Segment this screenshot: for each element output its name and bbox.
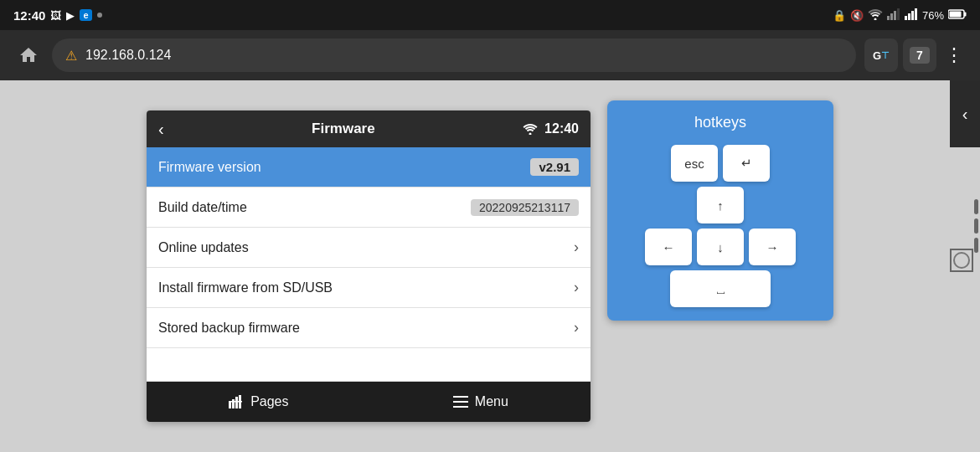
hotkeys-row-2: ↑ bbox=[697, 187, 744, 223]
hotkeys-row-1: esc ↵ bbox=[671, 145, 770, 182]
svg-rect-2 bbox=[890, 13, 893, 20]
svg-rect-6 bbox=[908, 13, 910, 20]
install-firmware-label: Install firmware from SD/USB bbox=[158, 280, 333, 295]
panel-title: Firmware bbox=[164, 121, 523, 137]
panel-header-right: 12:40 bbox=[523, 121, 579, 136]
tab-switcher-button[interactable]: 7 bbox=[903, 39, 936, 72]
gallery-icon: 🖼 bbox=[50, 9, 61, 22]
hotkeys-grid: esc ↵ ↑ ← ↓ → ⎵ bbox=[621, 145, 820, 307]
status-bar-right: 🔒 🔇 76% bbox=[833, 8, 967, 23]
pages-button[interactable]: Pages bbox=[212, 394, 305, 409]
svg-rect-18 bbox=[453, 396, 468, 398]
svg-rect-4 bbox=[897, 8, 900, 20]
menu-label: Menu bbox=[475, 394, 508, 409]
svg-rect-1 bbox=[887, 16, 890, 20]
up-key[interactable]: ↑ bbox=[697, 187, 744, 223]
android-home-indicator[interactable] bbox=[950, 249, 973, 272]
youtube-icon: ▶ bbox=[66, 9, 75, 22]
browser-bar: ⚠ 192.168.0.124 G⊤ 7 ⋮ bbox=[0, 30, 980, 80]
hotkeys-panel: hotkeys esc ↵ ↑ ← ↓ → ⎵ bbox=[607, 100, 833, 321]
stored-backup-row[interactable]: Stored backup firmware › bbox=[147, 308, 591, 348]
signal-icon-2 bbox=[905, 8, 918, 23]
right-key[interactable]: → bbox=[749, 229, 796, 265]
address-bar[interactable]: ⚠ 192.168.0.124 bbox=[52, 39, 856, 72]
svg-rect-15 bbox=[235, 397, 238, 408]
bar-2 bbox=[974, 218, 978, 234]
browser-actions: G⊤ 7 ⋮ bbox=[864, 39, 967, 72]
firmware-version-row: Firmware version v2.91 bbox=[147, 147, 591, 187]
down-key[interactable]: ↓ bbox=[697, 229, 744, 265]
hotkeys-row-3: ← ↓ → bbox=[645, 229, 796, 265]
svg-point-12 bbox=[529, 133, 532, 136]
time-display: 12:40 bbox=[13, 8, 45, 23]
left-key[interactable]: ← bbox=[645, 229, 692, 265]
firmware-version-value: v2.91 bbox=[530, 158, 579, 176]
svg-rect-8 bbox=[915, 8, 917, 20]
empty-row bbox=[147, 348, 591, 382]
status-bar-left: 12:40 🖼 ▶ e bbox=[13, 8, 102, 23]
build-datetime-label: Build date/time bbox=[158, 200, 247, 215]
svg-rect-17 bbox=[229, 401, 242, 403]
build-datetime-row: Build date/time 20220925213117 bbox=[147, 187, 591, 228]
svg-rect-7 bbox=[911, 11, 914, 20]
lock-icon: 🔒 bbox=[833, 9, 846, 22]
hotkeys-row-4: ⎵ bbox=[670, 270, 771, 307]
edge-indicator bbox=[974, 199, 978, 253]
wifi-icon bbox=[868, 8, 883, 23]
battery-icon bbox=[948, 9, 967, 22]
back-button[interactable]: ‹ bbox=[158, 120, 164, 139]
build-datetime-value: 20220925213117 bbox=[471, 199, 579, 216]
menu-button[interactable]: Menu bbox=[436, 394, 525, 409]
online-updates-chevron: › bbox=[574, 239, 579, 256]
pages-icon bbox=[229, 395, 244, 408]
online-updates-row[interactable]: Online updates › bbox=[147, 228, 591, 268]
svg-rect-10 bbox=[964, 12, 967, 16]
bar-1 bbox=[974, 199, 978, 214]
stored-backup-label: Stored backup firmware bbox=[158, 321, 300, 336]
signal-icon bbox=[887, 8, 900, 23]
svg-rect-19 bbox=[453, 401, 468, 403]
bar-3 bbox=[974, 238, 978, 253]
panel-time: 12:40 bbox=[544, 121, 579, 136]
enter-key[interactable]: ↵ bbox=[723, 145, 770, 182]
svg-rect-20 bbox=[453, 406, 468, 408]
status-bar: 12:40 🖼 ▶ e 🔒 🔇 bbox=[0, 0, 980, 30]
online-updates-label: Online updates bbox=[158, 240, 249, 255]
panel-header: ‹ Firmware 12:40 bbox=[147, 110, 591, 147]
svg-rect-13 bbox=[229, 402, 231, 408]
svg-rect-5 bbox=[905, 16, 907, 20]
hotkeys-title: hotkeys bbox=[694, 114, 746, 131]
pages-label: Pages bbox=[250, 394, 288, 409]
translate-button[interactable]: G⊤ bbox=[864, 39, 898, 72]
more-options-button[interactable]: ⋮ bbox=[941, 44, 967, 66]
wifi-status-icon bbox=[523, 123, 538, 135]
svg-rect-3 bbox=[894, 11, 896, 20]
edge-icon: e bbox=[80, 9, 91, 21]
mute-icon: 🔇 bbox=[850, 9, 864, 22]
panel-footer: Pages Menu bbox=[147, 382, 591, 422]
stored-backup-chevron: › bbox=[574, 319, 579, 336]
firmware-version-label: Firmware version bbox=[158, 160, 261, 175]
menu-icon bbox=[453, 396, 468, 408]
dot-indicator bbox=[97, 13, 102, 18]
svg-rect-11 bbox=[950, 11, 962, 17]
esc-key[interactable]: esc bbox=[671, 145, 718, 182]
tab-count: 7 bbox=[910, 47, 930, 64]
nav-chevron-button[interactable]: ‹ bbox=[950, 80, 980, 147]
battery-display: 76% bbox=[922, 9, 944, 22]
svg-point-0 bbox=[874, 18, 876, 20]
main-content: ‹ Firmware 12:40 Firmware version v2.91 … bbox=[0, 80, 980, 452]
url-text: 192.168.0.124 bbox=[85, 48, 171, 63]
warning-icon: ⚠ bbox=[65, 48, 77, 64]
space-key[interactable]: ⎵ bbox=[670, 270, 771, 307]
home-button[interactable] bbox=[13, 40, 44, 70]
install-firmware-row[interactable]: Install firmware from SD/USB › bbox=[147, 268, 591, 308]
firmware-panel: ‹ Firmware 12:40 Firmware version v2.91 … bbox=[147, 110, 591, 422]
install-firmware-chevron: › bbox=[574, 279, 579, 296]
svg-rect-14 bbox=[232, 399, 235, 408]
